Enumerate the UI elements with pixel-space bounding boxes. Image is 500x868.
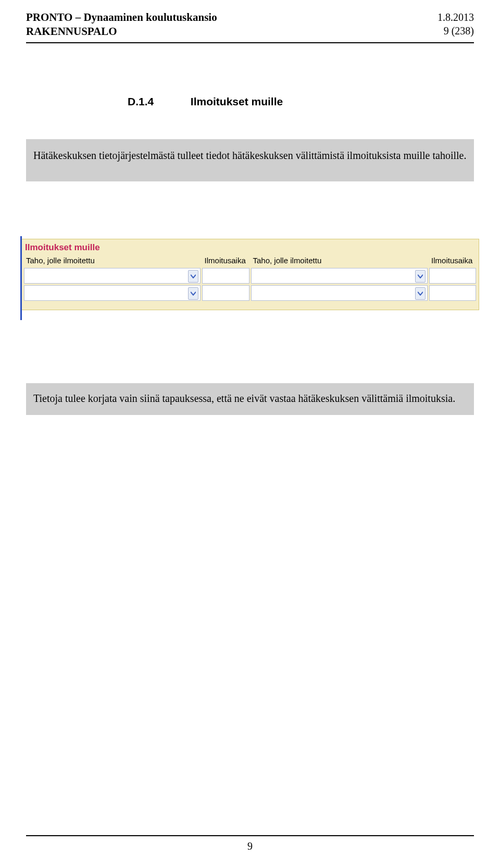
chevron-down-icon [188,270,198,283]
taho-select-1[interactable] [24,268,201,284]
aika-input-2[interactable] [429,268,476,284]
doc-title-2: RAKENNUSPALO [26,25,217,39]
page-indicator: 9 (238) [438,24,474,38]
page-header: PRONTO – Dynaaminen koulutuskansio RAKEN… [26,10,474,39]
taho-select-2[interactable] [251,268,428,284]
chevron-down-icon [415,287,426,300]
taho-select-4[interactable] [251,285,428,301]
doc-title-1: PRONTO – Dynaaminen koulutuskansio [26,10,217,25]
doc-date: 1.8.2013 [438,10,474,24]
section-title: Ilmoitukset muille [191,95,283,107]
aika-input-4[interactable] [429,285,476,301]
header-rule [26,42,474,43]
info-box-1: Hätäkeskuksen tietojärjestelmästä tullee… [26,139,474,181]
info-box-2: Tietoja tulee korjata vain siinä tapauks… [26,383,474,415]
page-footer: 9 [26,835,474,852]
col-header-taho-2: Taho, jolle ilmoitettu [251,255,428,266]
panel-title: Ilmoitukset muille [24,241,476,255]
footer-rule [26,835,474,836]
ilmoitukset-panel: Ilmoitukset muille Taho, jolle ilmoitett… [21,239,479,310]
col-header-aika-1: Ilmoitusaika [203,255,249,266]
chevron-down-icon [188,287,198,300]
col-header-taho-1: Taho, jolle ilmoitettu [24,255,201,266]
section-heading: D.1.4 Ilmoitukset muille [128,95,474,108]
aika-input-1[interactable] [202,268,249,284]
col-header-aika-2: Ilmoitusaika [429,255,476,266]
aika-input-3[interactable] [202,285,249,301]
section-number: D.1.4 [128,95,188,108]
taho-select-3[interactable] [24,285,201,301]
chevron-down-icon [415,270,426,283]
footer-page-number: 9 [26,840,474,852]
